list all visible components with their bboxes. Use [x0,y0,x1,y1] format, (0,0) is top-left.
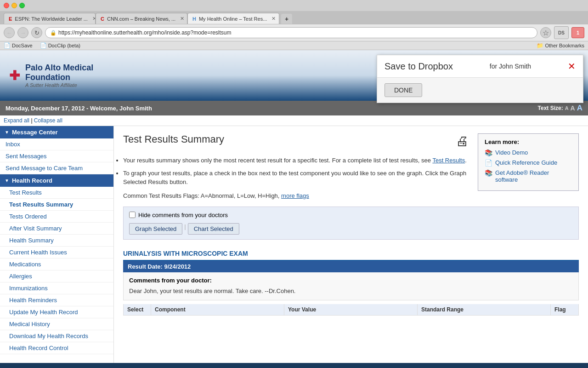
close-button[interactable] [4,3,9,8]
dropbox-close-icon[interactable]: ✕ [568,61,576,72]
expand-collapse-bar: Expand all | Collapse all [0,115,588,126]
graph-selected-button[interactable]: Graph Selected [129,223,182,235]
address-bar[interactable]: 🔒 https://myhealthonline.sutterhealth.or… [45,27,537,38]
comments-title: Comments from your doctor: [129,277,573,284]
hide-comments-label: Hide comments from your doctors [138,212,228,218]
bookmark-docclip-icon: 📄 [40,42,47,49]
dropbox-done-button[interactable]: DONE [384,83,422,97]
dropbox-header: Save to Dropbox for John Smith ✕ [377,55,583,77]
text-size-label: Text Size: [538,105,563,111]
dropbox-title: Save to Dropbox [384,61,453,72]
logo-main-line1: Palo Alto Medical [25,63,93,73]
quick-reference-link[interactable]: Quick Reference Guide [495,159,557,166]
info-item-1-text: Your results summary shows only the most… [123,157,431,164]
test-results-link[interactable]: Test Results [432,157,465,164]
new-tab-button[interactable]: + [281,14,292,24]
th-component: Component [151,304,284,315]
bookmark-other[interactable]: 📁 Other Bookmarks [537,42,584,49]
sidebar-item-health-summary[interactable]: Health Summary [0,235,113,247]
th-your-value: Your Value [284,304,418,315]
back-button[interactable]: ← [4,27,15,38]
learn-more-item-video: 📚 Video Demo [485,149,572,156]
flags-text: Common Test Results Flags: A=Abnormal, L… [123,192,279,199]
sidebar-item-download-health-records[interactable]: Download My Health Records [0,330,113,342]
dropbox-body: DONE [377,77,583,103]
info-item-2-text: To graph your test results, place a chec… [123,170,466,186]
text-size-small-button[interactable]: A [565,105,569,111]
sidebar-item-test-results[interactable]: Test Results [0,187,113,199]
quick-ref-icon: 📄 [485,159,492,167]
collapse-all-link[interactable]: Collapse all [34,117,62,124]
maximize-button[interactable] [19,3,25,8]
sidebar-item-immunizations[interactable]: Immunizations [0,282,113,294]
logo-main-line2: Foundation [25,73,93,82]
text-size-large-button[interactable]: A [577,104,582,113]
bookmark-star-icon[interactable]: ☆ [540,27,551,38]
sidebar-item-send-message[interactable]: Send Message to Care Team [0,162,113,174]
tab-espn-close-icon[interactable]: ✕ [92,16,96,22]
sidebar-section-health-record[interactable]: ▼ Health Record [0,174,113,187]
adobe-reader-icon: 📚 [485,169,492,177]
learn-more-item-adobe: 📚 Get Adobe® Reader software [485,169,572,183]
bookmark-folder-icon: 📁 [537,42,543,49]
sidebar-item-after-visit-summary[interactable]: After Visit Summary [0,223,113,235]
docsave-extension-icon[interactable]: DS [554,26,569,39]
adobe-reader-link[interactable]: Get Adobe® Reader software [495,169,572,183]
espn-favicon-icon: E [9,16,12,22]
page-title-row: Test Results Summary 🖨 [123,133,469,149]
comments-section: Comments from your doctor: Dear John, yo… [123,272,579,301]
tab-cnn-label: CNN.com – Breaking News, ... [107,16,175,22]
health-record-header-label: Health Record [12,177,52,184]
comments-text: Dear John, your test results are normal.… [129,287,573,296]
notification-badge[interactable]: 1 [571,27,584,38]
result-date-bar: Result Date: 9/24/2012 [123,261,579,272]
video-demo-link[interactable]: Video Demo [495,149,528,156]
tab-mho-close-icon[interactable]: ✕ [271,16,276,22]
reload-button[interactable]: ↻ [31,27,42,38]
chart-selected-button[interactable]: Chart Selected [188,223,239,235]
tab-espn-label: ESPN: The Worldwide Leader ... [15,16,88,22]
bookmark-other-label: Other Bookmarks [545,43,584,48]
controls-section: Hide comments from your doctors Graph Se… [123,207,579,240]
tab-cnn[interactable]: C CNN.com – Breaking News, ... ✕ [96,13,187,24]
print-icon[interactable]: 🖨 [456,133,469,149]
th-standard-range: Standard Range [418,304,551,315]
tab-mho[interactable]: H My Health Online – Test Res... ✕ [187,13,279,24]
flags-line: Common Test Results Flags: A=Abnormal, L… [123,192,579,199]
dropbox-user: for John Smith [490,63,531,70]
video-demo-icon: 📚 [485,149,492,156]
tab-cnn-close-icon[interactable]: ✕ [180,16,184,22]
test-section-header[interactable]: URINALYSIS WITH MICROSCOPIC EXAM [123,247,579,261]
text-size-medium-button[interactable]: A [571,104,575,112]
sidebar: ▼ Message Center Inbox Sent Messages Sen… [0,126,114,363]
sidebar-item-health-record-control[interactable]: Health Record Control [0,342,113,354]
bookmark-docsave-icon: 📄 [4,42,11,49]
logo-text: Palo Alto Medical Foundation A Sutter He… [25,63,93,88]
logo-area: ✚ Palo Alto Medical Foundation A Sutter … [9,63,93,88]
sidebar-section-message-center[interactable]: ▼ Message Center [0,126,113,138]
minimize-button[interactable] [11,3,17,8]
tab-espn[interactable]: E ESPN: The Worldwide Leader ... ✕ [4,13,96,24]
hide-comments-checkbox[interactable] [129,212,136,218]
more-flags-link[interactable]: more flags [281,192,309,199]
sidebar-item-current-health-issues[interactable]: Current Health Issues [0,247,113,259]
sidebar-item-tests-ordered[interactable]: Tests Ordered [0,211,113,223]
bookmark-docclip[interactable]: 📄 DocClip (beta) [40,42,80,49]
tab-bar: E ESPN: The Worldwide Leader ... ✕ C CNN… [0,11,588,24]
forward-button[interactable]: → [17,27,28,38]
sidebar-item-medications[interactable]: Medications [0,259,113,270]
title-bar [0,0,588,11]
message-center-triangle-icon: ▼ [5,130,9,135]
expand-all-link[interactable]: Expand all [4,117,29,124]
sidebar-item-test-results-summary[interactable]: Test Results Summary [0,199,113,211]
nav-bar: ← → ↻ 🔒 https://myhealthonline.sutterhea… [0,24,588,41]
sidebar-item-health-reminders[interactable]: Health Reminders [0,294,113,306]
sidebar-item-sent-messages[interactable]: Sent Messages [0,150,113,162]
bookmark-docsave[interactable]: 📄 DocSave [4,42,33,49]
sidebar-item-inbox[interactable]: Inbox [0,138,113,150]
pamf-cross-icon: ✚ [9,68,20,83]
sidebar-item-medical-history[interactable]: Medical History [0,318,113,330]
sidebar-item-allergies[interactable]: Allergies [0,270,113,282]
sidebar-item-update-health-record[interactable]: Update My Health Record [0,306,113,318]
result-date-value: 9/24/2012 [164,263,191,270]
